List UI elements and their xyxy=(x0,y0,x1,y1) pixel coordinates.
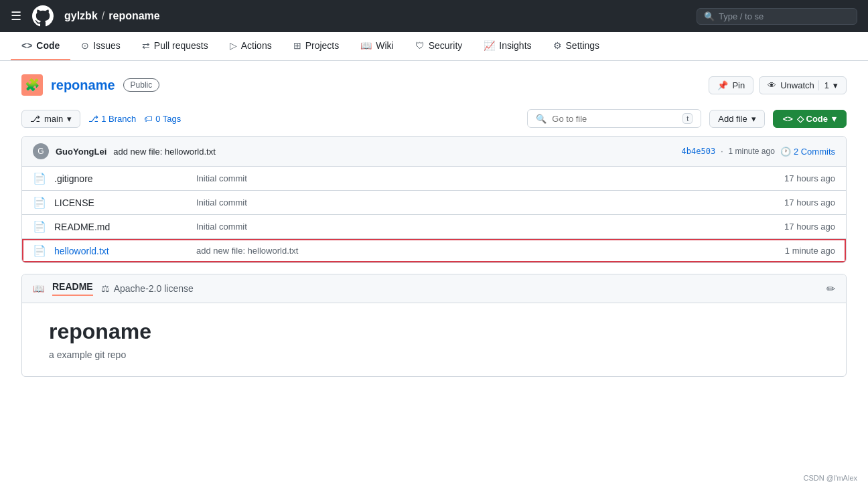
helloworld-file-link[interactable]: helloworld.txt xyxy=(54,246,188,256)
readme-section: 📖 README ⚖ Apache-2.0 license ✏ reponame… xyxy=(21,274,847,377)
add-file-button[interactable]: Add file ▾ xyxy=(709,110,764,128)
file-name: README.md xyxy=(54,222,188,232)
file-row: 📄 README.md Initial commit 17 hours ago xyxy=(22,215,846,239)
tab-insights[interactable]: 📈 Insights xyxy=(473,32,542,60)
git-branch-icon: ⎇ xyxy=(30,114,40,124)
repo-header: 🧩 reponame Public 📌 Pin 👁 Unwatch 1 ▾ xyxy=(21,74,847,96)
commits-count-link[interactable]: 🕐 2 Commits xyxy=(780,147,835,157)
commits-count-label: 2 Commits xyxy=(794,147,835,157)
tab-code-label: Code xyxy=(36,40,60,51)
gear-icon: ⚙ xyxy=(553,40,562,51)
repo-avatar: 🧩 xyxy=(21,74,43,96)
play-circle-icon: ▷ xyxy=(230,40,237,51)
code-button[interactable]: <> ◇ Code ▾ xyxy=(773,110,847,128)
tab-license[interactable]: ⚖ Apache-2.0 license xyxy=(101,283,194,294)
unwatch-button[interactable]: 👁 Unwatch 1 ▾ xyxy=(759,76,847,94)
tab-security-label: Security xyxy=(429,40,463,51)
tab-insights-label: Insights xyxy=(499,40,531,51)
tab-settings[interactable]: ⚙ Settings xyxy=(542,32,611,60)
eye-icon: 👁 xyxy=(768,80,776,90)
search-file-icon: 🔍 xyxy=(536,114,547,124)
tag-count: 0 Tags xyxy=(155,114,181,124)
tag-icon: 🏷 xyxy=(144,114,153,124)
readme-subtitle: a example git repo xyxy=(49,349,819,360)
breadcrumb-repo[interactable]: reponame xyxy=(108,10,159,22)
file-name: .gitignore xyxy=(54,173,188,184)
file-time: 17 hours ago xyxy=(784,222,835,232)
tab-wiki[interactable]: 📖 Wiki xyxy=(350,32,404,60)
code-dropdown-icon: ▾ xyxy=(832,114,837,124)
top-nav: ☰ gylzbk / reponame 🔍 Type / to se xyxy=(0,0,868,32)
tab-readme[interactable]: README xyxy=(52,281,93,296)
go-to-file-input[interactable] xyxy=(552,114,677,124)
tab-code[interactable]: <> Code xyxy=(11,32,70,60)
commit-time: 1 minute ago xyxy=(728,147,774,156)
license-tab-label: Apache-2.0 license xyxy=(114,283,194,294)
branch-meta: ⎇ 1 Branch 🏷 0 Tags xyxy=(88,114,181,124)
visibility-badge: Public xyxy=(123,78,160,92)
file-row: 📄 .gitignore Initial commit 17 hours ago xyxy=(22,167,846,191)
file-commit-msg: Initial commit xyxy=(196,222,776,232)
graph-icon: 📈 xyxy=(484,40,495,51)
tab-projects[interactable]: ⊞ Projects xyxy=(283,32,350,60)
breadcrumb-user[interactable]: gylzbk xyxy=(64,10,98,22)
pin-button[interactable]: 📌 Pin xyxy=(709,76,753,94)
file-commit-msg: Initial commit xyxy=(196,173,776,183)
keyboard-shortcut-badge: t xyxy=(682,113,693,124)
tab-issues-label: Issues xyxy=(93,40,120,51)
repo-name[interactable]: reponame xyxy=(51,78,115,93)
file-table-header: G GuoYongLei add new file: helloworld.tx… xyxy=(22,137,846,167)
file-name: LICENSE xyxy=(54,197,188,208)
edit-readme-button[interactable]: ✏ xyxy=(826,282,835,295)
pin-label: Pin xyxy=(732,80,745,90)
pin-icon: 📌 xyxy=(717,80,728,90)
unwatch-label: Unwatch xyxy=(780,80,814,90)
github-logo-icon[interactable] xyxy=(32,5,54,27)
file-time: 1 minute ago xyxy=(785,246,835,256)
global-search-bar[interactable]: 🔍 Type / to se xyxy=(697,8,857,25)
code-chevron-icon: <> xyxy=(783,114,793,124)
scale-icon: ⚖ xyxy=(101,283,110,294)
main-content: 🧩 reponame Public 📌 Pin 👁 Unwatch 1 ▾ ⎇ … xyxy=(5,61,863,390)
commit-hash[interactable]: 4b4e503 xyxy=(682,147,716,156)
file-doc-icon: 📄 xyxy=(33,196,46,209)
add-file-label: Add file xyxy=(718,114,747,124)
git-pull-request-icon: ⇄ xyxy=(142,40,150,51)
readme-tab-label: README xyxy=(52,281,93,292)
commit-user-name[interactable]: GuoYongLei xyxy=(56,147,106,157)
branch-name: main xyxy=(44,114,63,124)
code-btn-label: ◇ Code xyxy=(797,114,828,124)
tab-wiki-label: Wiki xyxy=(376,40,393,51)
shield-icon: 🛡 xyxy=(415,40,425,51)
search-icon: 🔍 xyxy=(704,11,715,21)
hamburger-menu-icon[interactable]: ☰ xyxy=(11,9,21,23)
readme-body: reponame a example git repo xyxy=(22,303,846,376)
commit-meta: 4b4e503 · 1 minute ago 🕐 2 Commits xyxy=(682,147,835,157)
highlighted-file-row: 📄 helloworld.txt add new file: helloworl… xyxy=(22,239,846,262)
file-time: 17 hours ago xyxy=(784,197,835,208)
go-to-file-bar[interactable]: 🔍 t xyxy=(527,109,701,128)
file-doc-icon: 📄 xyxy=(33,220,46,233)
table-icon: ⊞ xyxy=(293,40,301,51)
unwatch-count: 1 xyxy=(818,80,829,90)
tab-nav: <> Code ⊙ Issues ⇄ Pull requests ▷ Actio… xyxy=(0,32,868,61)
tab-settings-label: Settings xyxy=(566,40,600,51)
repo-actions: 📌 Pin 👁 Unwatch 1 ▾ xyxy=(709,76,847,94)
readme-header: 📖 README ⚖ Apache-2.0 license ✏ xyxy=(22,274,846,303)
breadcrumb: gylzbk / reponame xyxy=(64,10,160,22)
tab-issues[interactable]: ⊙ Issues xyxy=(70,32,131,60)
search-placeholder: Type / to se xyxy=(719,11,764,21)
commit-user-avatar: G xyxy=(33,143,49,159)
tab-pull-requests[interactable]: ⇄ Pull requests xyxy=(131,32,219,60)
tab-security[interactable]: 🛡 Security xyxy=(405,32,474,60)
file-commit-msg: add new file: helloworld.txt xyxy=(196,246,777,256)
tag-count-link[interactable]: 🏷 0 Tags xyxy=(144,114,181,124)
branch-count-link[interactable]: ⎇ 1 Branch xyxy=(88,114,136,124)
tab-projects-label: Projects xyxy=(305,40,340,51)
file-txt-icon: 📄 xyxy=(33,244,46,257)
breadcrumb-sep: / xyxy=(102,10,104,22)
branch-selector[interactable]: ⎇ main ▾ xyxy=(21,110,80,128)
file-commit-msg: Initial commit xyxy=(196,197,776,208)
file-doc-icon: 📄 xyxy=(33,172,46,185)
tab-actions[interactable]: ▷ Actions xyxy=(219,32,283,60)
